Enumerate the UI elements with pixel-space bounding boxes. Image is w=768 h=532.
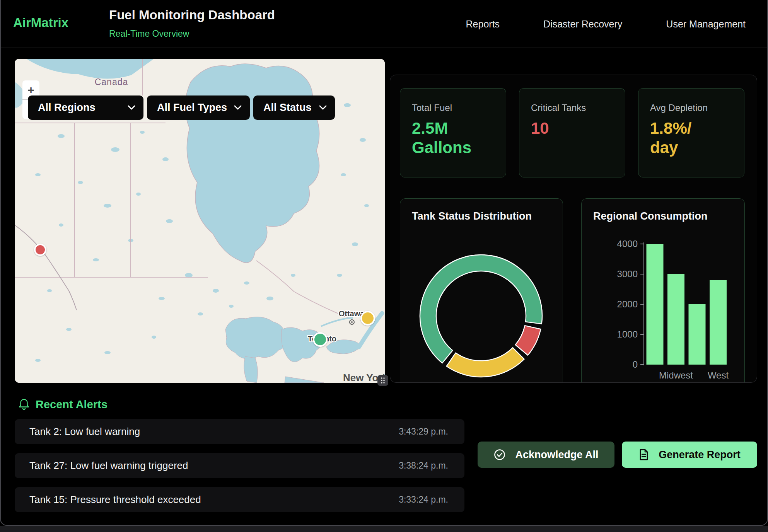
metrics-panel: Total Fuel 2.5M Gallons Critical Tanks 1… bbox=[390, 75, 757, 383]
stat-value: 10 bbox=[531, 119, 613, 138]
window-footer-strip bbox=[0, 526, 768, 532]
app-header: AirMatrix Fuel Monitoring Dashboard Real… bbox=[0, 0, 768, 48]
status-filter-dropdown[interactable]: All Status bbox=[253, 95, 335, 120]
stat-label: Critical Tanks bbox=[531, 102, 613, 113]
alert-timestamp: 3:43:29 p.m. bbox=[399, 426, 448, 437]
tank-marker-critical[interactable] bbox=[34, 244, 46, 256]
stat-card-critical-tanks: Critical Tanks 10 bbox=[519, 88, 625, 177]
generate-report-label: Generate Report bbox=[659, 449, 741, 461]
svg-text:2000: 2000 bbox=[617, 299, 638, 309]
nav-item-user-management[interactable]: User Management bbox=[666, 19, 746, 30]
alert-message: Tank 27: Low fuel warning triggered bbox=[29, 460, 188, 472]
generate-report-button[interactable]: Generate Report bbox=[622, 442, 757, 468]
tank-status-distribution-card: Tank Status Distribution bbox=[400, 198, 563, 383]
chart-title: Tank Status Distribution bbox=[412, 210, 532, 222]
alert-row: Tank 15: Pressure threshold exceeded 3:3… bbox=[15, 487, 464, 512]
check-circle-icon bbox=[493, 448, 506, 461]
grip-dots-icon bbox=[380, 377, 386, 384]
document-icon bbox=[638, 448, 649, 461]
acknowledge-all-label: Acknowledge All bbox=[515, 449, 598, 461]
recent-alerts-heading: Recent Alerts bbox=[19, 397, 108, 412]
tank-marker-warning[interactable] bbox=[360, 311, 375, 326]
dashboard-root: AirMatrix Fuel Monitoring Dashboard Real… bbox=[0, 0, 768, 532]
svg-text:3000: 3000 bbox=[617, 269, 638, 279]
page-title: Fuel Monitoring Dashboard bbox=[109, 8, 275, 22]
chevron-down-icon bbox=[234, 105, 242, 110]
svg-text:1000: 1000 bbox=[617, 329, 638, 339]
stat-label: Total Fuel bbox=[412, 102, 494, 113]
stat-value: 1.8%/ day bbox=[650, 119, 732, 157]
tank-marker-normal[interactable] bbox=[313, 332, 328, 347]
alert-message: Tank 2: Low fuel warning bbox=[29, 426, 140, 438]
svg-text:Midwest: Midwest bbox=[659, 370, 693, 380]
region-filter-dropdown[interactable]: All Regions bbox=[28, 95, 143, 120]
nav-item-disaster-recovery[interactable]: Disaster Recovery bbox=[543, 19, 622, 30]
fuel-map[interactable]: Canada Ottawa Toronto New York + − All R… bbox=[15, 59, 385, 383]
stat-value: 2.5M Gallons bbox=[412, 119, 494, 157]
map-label-country: Canada bbox=[95, 77, 128, 87]
nav-item-reports[interactable]: Reports bbox=[466, 19, 500, 30]
alert-row: Tank 27: Low fuel warning triggered 3:38… bbox=[15, 453, 464, 478]
stat-label: Avg Depletion bbox=[650, 102, 732, 113]
stat-card-total-fuel: Total Fuel 2.5M Gallons bbox=[400, 88, 506, 177]
page-subtitle: Real-Time Overview bbox=[109, 29, 189, 39]
fuel-type-filter-dropdown[interactable]: All Fuel Types bbox=[147, 95, 250, 120]
fuel-type-filter-value: All Fuel Types bbox=[157, 102, 227, 114]
regional-consumption-card: Regional Consumption 01000200030004000Mi… bbox=[581, 198, 745, 383]
svg-text:West: West bbox=[708, 370, 729, 380]
chevron-down-icon bbox=[319, 105, 327, 110]
tank-status-donut-chart bbox=[417, 252, 545, 380]
alert-timestamp: 3:38:24 p.m. bbox=[399, 460, 448, 471]
app-logo: AirMatrix bbox=[13, 15, 68, 30]
stat-card-avg-depletion: Avg Depletion 1.8%/ day bbox=[638, 88, 744, 177]
status-filter-value: All Status bbox=[263, 102, 312, 114]
alert-timestamp: 3:33:24 p.m. bbox=[399, 494, 448, 505]
alert-row: Tank 2: Low fuel warning 3:43:29 p.m. bbox=[15, 419, 464, 444]
recent-alerts-title: Recent Alerts bbox=[36, 398, 108, 411]
svg-text:4000: 4000 bbox=[617, 239, 638, 249]
regional-consumption-bar-chart: 01000200030004000MidwestWest bbox=[582, 199, 745, 383]
map-resize-handle[interactable] bbox=[377, 375, 388, 386]
acknowledge-all-button[interactable]: Acknowledge All bbox=[478, 442, 614, 468]
bell-icon bbox=[19, 398, 29, 411]
map-filter-bar: All Regions All Fuel Types All Status bbox=[28, 95, 335, 120]
main-nav: Reports Disaster Recovery User Managemen… bbox=[466, 0, 746, 48]
alert-message: Tank 15: Pressure threshold exceeded bbox=[29, 494, 201, 506]
region-filter-value: All Regions bbox=[38, 102, 96, 114]
svg-text:0: 0 bbox=[633, 359, 638, 370]
chevron-down-icon bbox=[127, 105, 136, 110]
